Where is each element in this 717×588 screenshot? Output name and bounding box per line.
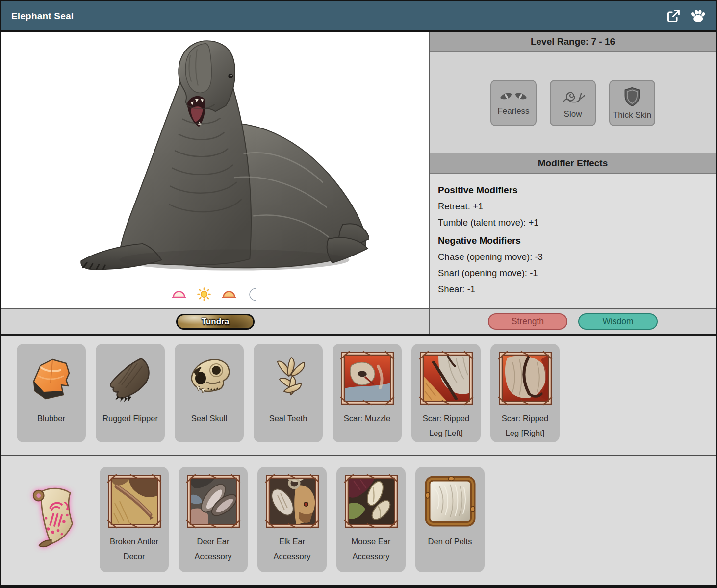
item-label: Moose Ear Accessory: [341, 534, 401, 563]
item-label: Seal Skull: [179, 411, 239, 426]
trait-thick-skin[interactable]: Thick Skin: [609, 80, 655, 126]
wisdom-button[interactable]: Wisdom: [578, 313, 658, 330]
dawn-icon: [172, 289, 186, 300]
shield-icon: [622, 86, 642, 107]
item-card-seal-skull[interactable]: Seal Skull: [175, 344, 244, 442]
positive-modifiers-heading: Positive Modifiers: [438, 185, 708, 196]
biome-stats-row: Tundra Strength Wisdom: [1, 308, 716, 336]
modifier-effects-header: Modifier Effects: [430, 153, 716, 174]
trait-label: Thick Skin: [613, 110, 651, 120]
item-card-scar-muzzle[interactable]: Scar: Muzzle: [333, 344, 402, 442]
scar-ripped-leg-left-icon: [419, 351, 474, 406]
item-card-elk-ear-accessory[interactable]: Elk Ear Accessory: [257, 467, 327, 572]
item-label: Deer Ear Accessory: [183, 534, 243, 563]
trait-slow[interactable]: Slow: [550, 80, 596, 126]
item-label: Scar: Ripped Leg [Left]: [416, 411, 476, 440]
accessories-section: Broken Antler Decor Deer Ear Accessory: [1, 455, 716, 585]
item-label: Scar: Muzzle: [337, 411, 397, 426]
trait-label: Fearless: [497, 106, 529, 116]
seal-skull-icon: [182, 351, 237, 406]
item-card-blubber[interactable]: Blubber: [17, 344, 86, 442]
cat-eyes-icon: [499, 90, 528, 103]
elephant-seal-illustration: [61, 34, 369, 283]
modifier-line: Shear: -1: [438, 284, 708, 295]
modifier-line: Retreat: +1: [438, 201, 708, 212]
blubber-icon: [24, 351, 79, 406]
negative-modifiers-heading: Negative Modifiers: [438, 235, 708, 246]
creature-image-panel: [1, 32, 430, 308]
item-label: Broken Antler Decor: [104, 534, 164, 563]
recipe-scroll[interactable]: [19, 485, 90, 553]
modifier-effects-body: Positive Modifiers Retreat: +1 Tumble (t…: [430, 174, 716, 308]
modifier-line: Chase (opening move): -3: [438, 252, 708, 262]
activity-times: [1, 287, 429, 301]
item-card-den-of-pelts[interactable]: Den of Pelts: [415, 467, 485, 572]
biome-badge-tundra[interactable]: Tundra: [176, 314, 255, 330]
item-label: Seal Teeth: [258, 411, 318, 426]
trait-label: Slow: [564, 109, 582, 119]
biome-section: Tundra: [1, 309, 430, 334]
page-title: Elephant Seal: [11, 11, 74, 22]
broken-antler-decor-icon: [107, 474, 162, 529]
item-card-moose-ear-accessory[interactable]: Moose Ear Accessory: [336, 467, 406, 572]
seal-teeth-icon: [261, 351, 316, 406]
modifier-line: Tumble (talent move): +1: [438, 217, 708, 228]
item-label: Rugged Flipper: [101, 411, 160, 426]
item-card-scar-ripped-leg-right[interactable]: Scar: Ripped Leg [Right]: [490, 344, 560, 442]
drops-section: Blubber Rugged Flipper: [1, 336, 716, 455]
creature-sheet: Elephant Seal: [0, 0, 717, 588]
main-area: Level Range: 7 - 16 Fearless: [1, 32, 716, 308]
elk-ear-accessory-icon: [265, 474, 320, 529]
scar-muzzle-icon: [340, 351, 395, 406]
day-icon: [197, 287, 211, 301]
item-card-deer-ear-accessory[interactable]: Deer Ear Accessory: [179, 467, 248, 572]
stats-section: Strength Wisdom: [430, 309, 716, 334]
night-icon: [247, 288, 259, 301]
dusk-icon: [222, 289, 236, 300]
info-panel: Level Range: 7 - 16 Fearless: [430, 32, 716, 308]
trait-fearless[interactable]: Fearless: [490, 80, 537, 126]
item-label: Den of Pelts: [420, 534, 480, 549]
title-bar: Elephant Seal: [1, 1, 716, 32]
item-card-seal-teeth[interactable]: Seal Teeth: [254, 344, 323, 442]
level-range-header: Level Range: 7 - 16: [430, 32, 716, 52]
item-label: Elk Ear Accessory: [262, 534, 322, 563]
strength-button[interactable]: Strength: [488, 313, 567, 330]
recipe-scroll-icon: [23, 485, 86, 553]
deer-ear-accessory-icon: [186, 474, 241, 529]
modifier-line: Snarl (opening move): -1: [438, 268, 708, 279]
paw-icon[interactable]: [690, 8, 706, 24]
den-of-pelts-icon: [423, 474, 478, 529]
item-label: Blubber: [22, 411, 81, 426]
snail-icon: [561, 87, 585, 106]
item-card-rugged-flipper[interactable]: Rugged Flipper: [96, 344, 165, 442]
item-label: Scar: Ripped Leg [Right]: [495, 411, 555, 440]
scar-ripped-leg-right-icon: [498, 351, 553, 406]
external-link-icon[interactable]: [666, 8, 681, 24]
rugged-flipper-icon: [103, 351, 158, 406]
trait-list: Fearless Slow: [430, 52, 716, 153]
moose-ear-accessory-icon: [344, 474, 399, 529]
item-card-scar-ripped-leg-left[interactable]: Scar: Ripped Leg [Left]: [411, 344, 481, 442]
item-card-broken-antler-decor[interactable]: Broken Antler Decor: [100, 467, 169, 572]
